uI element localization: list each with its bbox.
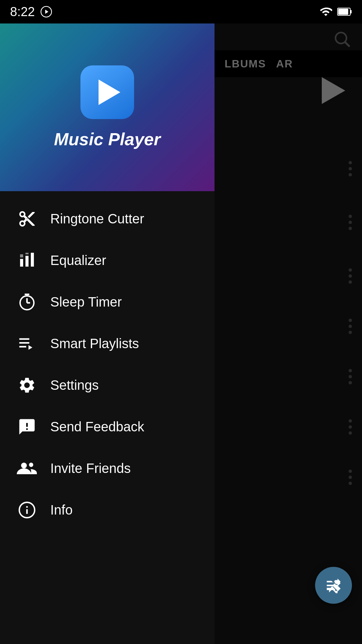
svg-point-22 [29,463,33,467]
playlist-icon [17,333,37,354]
status-bar: 8:22 [0,0,362,23]
menu-label-sleep-timer: Sleep Timer [50,294,122,310]
svg-rect-16 [19,338,29,340]
equalizer-icon [17,250,37,270]
drawer-overlay[interactable] [215,23,362,644]
svg-rect-10 [20,254,23,257]
menu-item-settings[interactable]: Settings [0,364,215,406]
svg-rect-4 [338,9,348,15]
svg-rect-9 [31,253,34,266]
menu-label-smart-playlists: Smart Playlists [50,336,139,351]
app-icon-play [99,79,120,105]
feedback-icon [17,417,37,437]
info-icon [17,500,37,520]
menu-label-send-feedback: Send Feedback [50,419,144,434]
scissors-icon [17,209,37,229]
app-name: Music Player [54,129,161,149]
drawer-header: Music Player [0,23,215,191]
menu-item-equalizer[interactable]: Equalizer [0,239,215,281]
menu-label-ringtone-cutter: Ringtone Cutter [50,211,144,226]
menu-item-info[interactable]: Info [0,489,215,531]
svg-rect-20 [26,428,28,430]
shuffle-icon [324,576,343,595]
svg-rect-7 [20,259,23,266]
nav-drawer: Music Player Ringtone Cutter [0,23,215,644]
menu-label-equalizer: Equalizer [50,253,106,268]
gear-icon [17,375,37,395]
svg-rect-8 [25,256,28,266]
svg-marker-1 [45,10,49,14]
drawer-menu: Ringtone Cutter Equalizer [0,191,215,644]
svg-rect-19 [26,423,28,427]
menu-label-info: Info [50,502,73,518]
menu-item-smart-playlists[interactable]: Smart Playlists [0,323,215,364]
menu-label-settings: Settings [50,378,99,393]
shuffle-fab[interactable] [315,567,352,604]
wifi-icon [319,5,332,18]
svg-rect-18 [19,346,26,347]
svg-rect-24 [26,509,28,514]
battery-icon [337,7,352,16]
svg-rect-3 [350,10,352,13]
menu-item-sleep-timer[interactable]: Sleep Timer [0,281,215,323]
menu-item-ringtone-cutter[interactable]: Ringtone Cutter [0,198,215,239]
friends-icon [17,458,37,478]
svg-rect-25 [26,506,28,508]
app-icon [80,65,134,119]
menu-label-invite-friends: Invite Friends [50,461,131,476]
svg-rect-17 [19,342,29,343]
menu-item-send-feedback[interactable]: Send Feedback [0,406,215,447]
svg-point-21 [21,463,27,468]
status-time: 8:22 [10,5,35,19]
svg-rect-11 [25,253,28,254]
timer-icon [17,292,37,312]
status-icons [319,5,352,18]
menu-item-invite-friends[interactable]: Invite Friends [0,447,215,489]
media-play-icon [40,5,53,18]
